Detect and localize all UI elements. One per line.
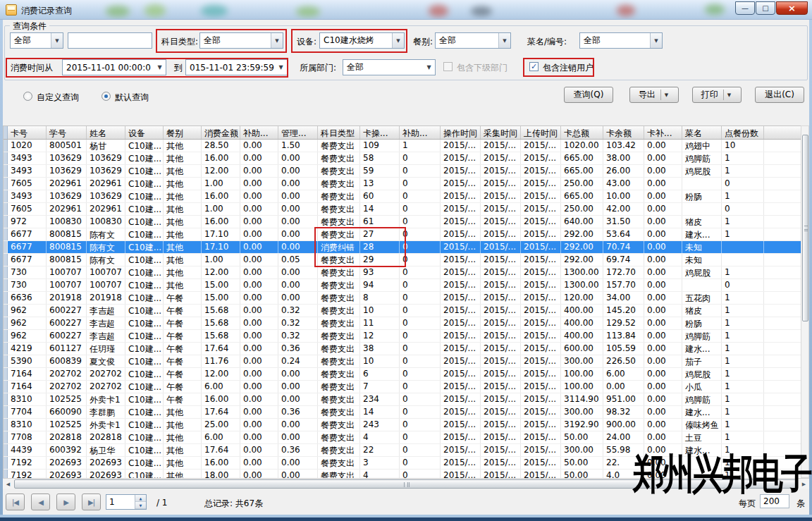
table-row[interactable]: 5390600839夏文俊C10建...午餐11.760.000.24餐费支出1… xyxy=(4,355,801,368)
table-row[interactable]: 8310102525外卖卡1C10建...午餐16.000.000.00餐费支出… xyxy=(4,393,801,406)
column-header[interactable]: 科目类型 xyxy=(318,126,360,139)
table-row[interactable]: 6636201918201918C10建...午餐15.000.000.00餐费… xyxy=(4,292,801,305)
column-header[interactable]: 上传时间 xyxy=(521,126,561,139)
column-header[interactable]: 餐别 xyxy=(164,126,202,139)
table-cell: 0.00 xyxy=(278,152,318,164)
nav-first-page-button[interactable]: |◀ xyxy=(6,494,25,510)
dept-combo[interactable]: 全部 ▼ xyxy=(343,59,436,75)
horizontal-scrollbar[interactable]: ◀ ▶ xyxy=(3,478,809,489)
spin-up-icon[interactable]: ▲ xyxy=(135,495,146,502)
keyword-input[interactable] xyxy=(68,32,152,49)
table-row[interactable]: 1020800501杨甘C10建...其他28.500.001.50餐费支出10… xyxy=(4,140,801,152)
column-header[interactable]: 补助... xyxy=(240,126,278,139)
table-row[interactable]: 4219601127任玥瑾C10建...午餐17.640.000.36餐费支出3… xyxy=(4,343,801,355)
column-header[interactable]: 点餐份数 xyxy=(722,126,764,139)
time-from-picker[interactable]: 2015-11-01 00:00:0 ▼ xyxy=(62,59,166,75)
column-header[interactable]: 管理... xyxy=(278,126,318,139)
table-row[interactable]: 6677800815陈有文C10建...其他17.100.000.00餐费支出2… xyxy=(4,228,801,241)
column-header[interactable]: 姓名 xyxy=(87,126,125,139)
table-row[interactable]: 3493103629103629C10建...其他12.000.000.00餐费… xyxy=(4,165,801,178)
nav-last-page-button[interactable]: ▶| xyxy=(82,494,101,510)
radio-default-query[interactable] xyxy=(102,92,111,101)
column-header[interactable]: 操作时间 xyxy=(441,126,481,139)
dish-combo[interactable]: 全部 ▼ xyxy=(579,32,663,49)
column-header[interactable]: 卡补... xyxy=(644,126,682,139)
nav-next-page-button[interactable]: ▶ xyxy=(56,494,75,510)
table-row[interactable]: 7164202702202702C10建...午餐6.000.000.00餐费支… xyxy=(4,381,801,393)
table-row[interactable]: 730100707100707C10建...其他15.000.000.00餐费支… xyxy=(4,279,801,292)
column-header[interactable]: 补助... xyxy=(400,126,441,139)
column-header[interactable]: 卡操... xyxy=(360,126,400,139)
scrollbar-grip xyxy=(804,226,808,231)
chevron-down-icon[interactable]: ▼ xyxy=(727,92,732,98)
table-row[interactable]: 7708202818202818C10建...其他6.000.000.00餐费支… xyxy=(4,431,801,444)
chevron-down-icon[interactable]: ▼ xyxy=(271,33,283,48)
table-row[interactable]: 972100830100830C10建...其他16.000.000.00餐费支… xyxy=(4,216,801,228)
table-row[interactable]: 7605202961202961C10建...其他1.000.000.00餐费支… xyxy=(4,203,801,216)
meal-combo[interactable]: 全部 ▼ xyxy=(435,32,511,49)
maximize-button[interactable]: □ xyxy=(756,1,775,15)
column-header[interactable]: 消费金额 xyxy=(202,126,240,139)
query-button[interactable]: 查询(Q) xyxy=(564,87,613,103)
chevron-down-icon[interactable]: ▼ xyxy=(154,60,166,75)
table-row[interactable]: 6677800815陈有文C10建...其他1.000.000.05餐费支出29… xyxy=(4,254,801,266)
table-row[interactable]: 7164202702202702C10建...午餐12.000.000.00餐费… xyxy=(4,368,801,381)
table-row[interactable]: 730100707100707C10建...其他12.000.000.00餐费支… xyxy=(4,266,801,279)
page-size-input[interactable]: 200 xyxy=(760,494,789,508)
scroll-left-icon[interactable]: ◀ xyxy=(3,479,13,489)
horizontal-scrollbar-thumb[interactable] xyxy=(14,479,796,489)
check-icon: ✓ xyxy=(531,62,537,71)
export-button[interactable]: 导出 ▼ xyxy=(629,87,679,103)
table-row[interactable]: 962600227李吉超C10建...午餐15.680.000.32餐费支出10… xyxy=(4,305,801,317)
table-row[interactable]: 7192202693202693C10建...其他16.000.000.00餐费… xyxy=(4,457,801,470)
scroll-right-icon[interactable]: ▶ xyxy=(799,479,809,489)
chevron-down-icon[interactable]: ▼ xyxy=(392,33,404,48)
table-row[interactable]: 8310102525外卖卡1C10建...其他25.000.000.00餐费支出… xyxy=(4,419,801,431)
table-row[interactable]: 7605202961202961C10建...其他1.000.000.00餐费支… xyxy=(4,178,801,190)
column-header[interactable]: 学号 xyxy=(47,126,87,139)
table-row[interactable]: 6677800815陈有文C10建...其他17.100.000.00消费纠错2… xyxy=(4,241,801,254)
chevron-down-icon[interactable]: ▼ xyxy=(665,92,670,98)
column-header[interactable]: 卡总额 xyxy=(561,126,603,139)
subject-type-combo[interactable]: 全部 ▼ xyxy=(199,32,283,49)
chevron-down-icon[interactable]: ▼ xyxy=(650,33,662,48)
vertical-scrollbar-thumb[interactable] xyxy=(802,135,808,321)
column-header[interactable]: 设备 xyxy=(125,126,164,139)
print-button[interactable]: 打印 ▼ xyxy=(692,87,742,103)
chevron-down-icon[interactable]: ▼ xyxy=(51,33,63,48)
column-header[interactable]: 菜名 xyxy=(682,126,722,139)
minimize-button[interactable]: — xyxy=(735,1,755,15)
chevron-down-icon[interactable]: ▼ xyxy=(498,33,510,48)
device-combo[interactable]: C10建水烧烤 ▼ xyxy=(319,32,405,49)
table-row[interactable]: 3493103629103629C10建...其他16.000.000.00餐费… xyxy=(4,152,801,165)
time-to-picker[interactable]: 015-11-01 23:59:59 ▼ xyxy=(185,59,288,75)
table-row[interactable]: 4439600392杨卫华C10建...其他17.640.000.36餐费支出2… xyxy=(4,444,801,457)
column-header[interactable]: 卡号 xyxy=(8,126,47,139)
include-cancelled-checkbox[interactable]: ✓ xyxy=(529,62,539,71)
table-row[interactable]: 962600227李吉超C10建...午餐15.680.000.32餐费支出12… xyxy=(4,330,801,343)
table-row[interactable]: 3493103629103629C10建...其他16.000.000.00餐费… xyxy=(4,190,801,203)
vertical-scrollbar[interactable] xyxy=(801,125,809,478)
table-row[interactable]: 7192202693202693C10建...其他18.000.000.00餐费… xyxy=(4,470,801,478)
column-header[interactable]: 采集时间 xyxy=(481,126,521,139)
column-header[interactable]: 卡余额 xyxy=(603,126,644,139)
table-cell: 7708 xyxy=(8,431,47,443)
exit-button[interactable]: 退出(C) xyxy=(755,87,804,103)
table-cell: 0.00 xyxy=(278,241,318,253)
table-cell: 962 xyxy=(8,330,47,342)
table-cell: 其他 xyxy=(164,470,202,478)
spin-down-icon[interactable]: ▼ xyxy=(135,502,146,509)
table-cell: 建水... xyxy=(682,228,722,240)
include-sub-dept-checkbox[interactable] xyxy=(443,62,453,71)
nav-prev-page-button[interactable]: ◀ xyxy=(31,494,50,510)
table-row[interactable]: 7704660090李群鹏C10建...其他17.640.000.36餐费支出1… xyxy=(4,406,801,419)
close-button[interactable]: × xyxy=(776,1,808,15)
chevron-down-icon[interactable]: ▼ xyxy=(423,60,435,75)
table-cell: 0.00 xyxy=(240,393,278,405)
filter-combo[interactable]: 全部 ▼ xyxy=(10,32,63,49)
chevron-down-icon[interactable]: ▼ xyxy=(275,60,287,75)
table-row[interactable]: 962600227李吉超C10建...午餐15.680.000.32餐费支出11… xyxy=(4,317,801,330)
radio-custom-query[interactable] xyxy=(23,92,32,101)
table-cell: 0 xyxy=(400,228,441,240)
page-number-spinner[interactable]: 1 ▲ ▼ xyxy=(106,494,147,510)
